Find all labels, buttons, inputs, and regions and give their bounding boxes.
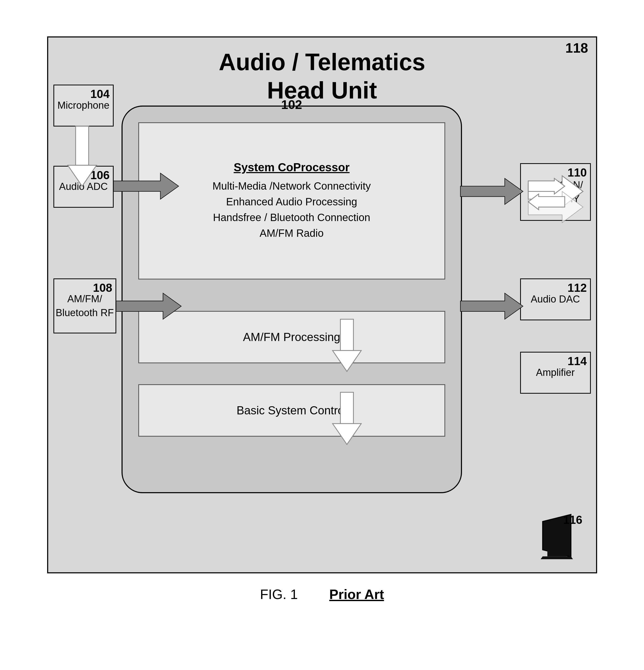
label-106: 106 (90, 169, 109, 182)
label-110: 110 (567, 166, 587, 179)
prior-art-label: Prior Art (329, 587, 384, 602)
figure-caption: FIG. 1 Prior Art (260, 587, 384, 602)
label-112: 112 (567, 281, 587, 294)
audio-dac-box: 112 Audio DAC (520, 278, 591, 320)
processor-item-1: Multi-Media /Network Connectivity (212, 178, 371, 194)
svg-marker-7 (460, 178, 523, 204)
label-114: 114 (567, 354, 587, 368)
processor-item-2: Enhanced Audio Processing (226, 194, 357, 210)
amfm-processing-box: AM/FM Processing (138, 311, 445, 363)
processor-title: System CoProcessor (233, 161, 350, 174)
label-108: 108 (93, 281, 112, 294)
audio-adc-box: 106 Audio ADC (53, 166, 114, 208)
microphone-box: 104 Microphone (53, 84, 114, 126)
label-102: 102 (281, 97, 302, 112)
svg-marker-2 (538, 556, 576, 559)
microphone-label: Microphone (57, 98, 109, 112)
most-label: MOST/CAN/E-Net PHY (528, 178, 583, 206)
label-116: 116 (563, 513, 582, 526)
inner-box-102: 102 System CoProcessor Multi-Media /Netw… (122, 106, 462, 493)
svg-rect-1 (547, 550, 566, 556)
processor-item-4: AM/FM Radio (259, 225, 324, 241)
head-unit-title: Audio / TelematicsHead Unit (48, 48, 596, 105)
rf-label: AM/FM/Bluetooth RF (56, 292, 114, 320)
amfm-label: AM/FM Processing (243, 331, 340, 344)
fig-label: FIG. 1 (260, 587, 298, 602)
outer-box-118: 118 Audio / TelematicsHead Unit 102 Syst… (47, 37, 597, 573)
svg-marker-3 (76, 126, 89, 165)
basic-label: Basic System Control (237, 404, 347, 417)
basic-control-box: Basic System Control (138, 384, 445, 437)
processor-item-3: Handsfree / Bluetooth Connection (213, 210, 370, 225)
svg-marker-10 (460, 293, 523, 319)
rf-box: 108 AM/FM/Bluetooth RF (53, 278, 116, 333)
adc-label: Audio ADC (59, 180, 108, 193)
dac-label: Audio DAC (531, 292, 580, 306)
most-can-box: 110 MOST/CAN/E-Net PHY (520, 163, 591, 221)
page: 118 Audio / TelematicsHead Unit 102 Syst… (21, 21, 623, 649)
amplifier-label: Amplifier (536, 366, 575, 379)
label-104: 104 (90, 88, 109, 100)
amplifier-box: 114 Amplifier (520, 352, 591, 394)
processor-box: System CoProcessor Multi-Media /Network … (138, 122, 445, 280)
